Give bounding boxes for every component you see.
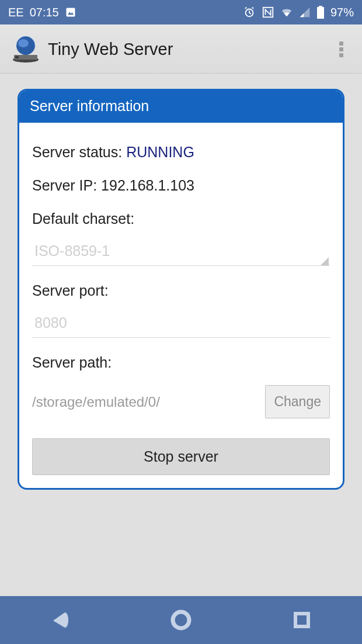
app-icon xyxy=(9,33,42,65)
main-content: Server information Server status: RUNNIN… xyxy=(0,74,362,496)
svg-rect-14 xyxy=(15,56,19,58)
charset-input[interactable] xyxy=(32,238,330,266)
change-path-button[interactable]: Change xyxy=(265,385,330,418)
server-status-label: Server status: xyxy=(32,144,126,160)
server-ip-row: Server IP: 192.168.1.103 xyxy=(32,177,330,194)
android-nav-bar xyxy=(0,596,362,644)
port-input[interactable] xyxy=(32,310,330,338)
port-label: Server port: xyxy=(32,282,330,299)
svg-point-16 xyxy=(18,39,29,47)
nfc-icon xyxy=(262,6,274,19)
svg-rect-10 xyxy=(319,6,322,7)
server-ip-label: Server IP: xyxy=(32,177,101,193)
back-button[interactable] xyxy=(47,607,74,633)
picture-icon xyxy=(65,6,76,18)
server-ip-value: 192.168.1.103 xyxy=(101,177,194,193)
path-label: Server path: xyxy=(32,354,330,371)
card-header: Server information xyxy=(19,91,343,123)
svg-line-5 xyxy=(245,8,247,9)
android-status-bar: EE 07:15 97% xyxy=(0,0,362,25)
path-value: /storage/emulated/0/ xyxy=(32,394,258,410)
recents-button[interactable] xyxy=(288,607,315,633)
svg-rect-0 xyxy=(66,8,75,17)
server-status-row: Server status: RUNNING xyxy=(32,144,330,161)
home-button[interactable] xyxy=(168,607,194,633)
time-label: 07:15 xyxy=(30,6,59,19)
app-toolbar: Tiny Web Server xyxy=(0,25,362,74)
carrier-label: EE xyxy=(8,6,24,19)
battery-icon xyxy=(316,6,325,19)
svg-marker-9 xyxy=(300,13,304,18)
wifi-icon xyxy=(280,6,293,19)
overflow-menu-button[interactable] xyxy=(329,37,353,61)
battery-percent-label: 97% xyxy=(330,6,354,19)
alarm-icon xyxy=(243,6,256,19)
cell-signal-icon xyxy=(299,6,311,18)
server-info-card: Server information Server status: RUNNIN… xyxy=(18,89,344,490)
spinner-dropdown-icon[interactable] xyxy=(321,257,329,265)
svg-rect-11 xyxy=(317,7,324,19)
svg-point-17 xyxy=(173,612,189,628)
stop-server-button[interactable]: Stop server xyxy=(32,438,330,475)
charset-label: Default charset: xyxy=(32,210,330,227)
svg-rect-18 xyxy=(295,614,308,626)
svg-line-4 xyxy=(249,13,251,14)
server-status-value: RUNNING xyxy=(126,144,194,160)
svg-line-6 xyxy=(252,8,254,9)
app-title: Tiny Web Server xyxy=(48,40,329,59)
